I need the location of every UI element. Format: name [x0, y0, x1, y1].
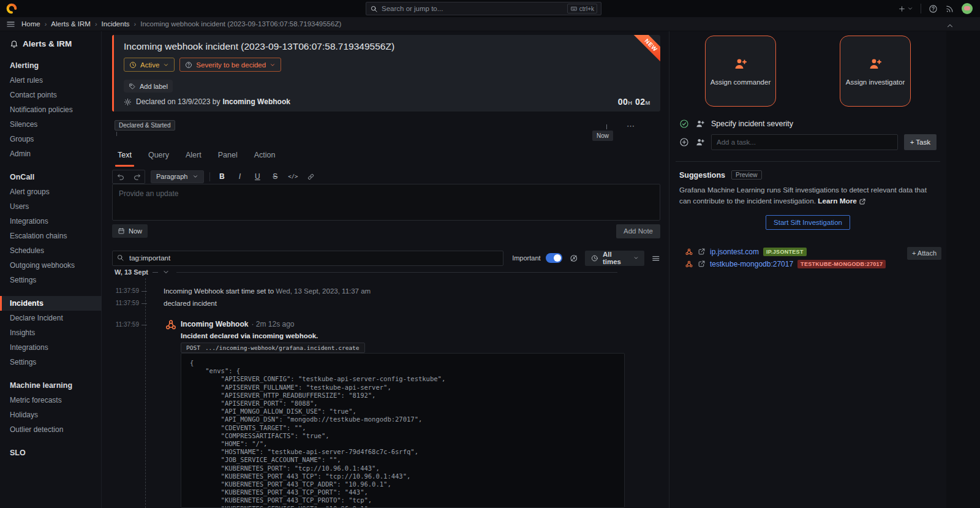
search-input[interactable]	[382, 5, 564, 12]
update-textarea[interactable]	[113, 184, 660, 220]
declared-by: Incoming Webhook	[222, 97, 290, 106]
sidebar-item-schedules[interactable]: Schedules	[10, 243, 101, 258]
tab-alert[interactable]: Alert	[186, 151, 202, 167]
sidebar-item-escalation-chains[interactable]: Escalation chains	[10, 229, 101, 243]
sidebar-item-admin[interactable]: Admin	[10, 146, 101, 161]
tab-text[interactable]: Text	[118, 151, 132, 167]
time-range-dropdown[interactable]: All times	[585, 251, 644, 266]
start-sift-investigation-button[interactable]: Start Sift Investigation	[766, 215, 850, 230]
attach-button[interactable]: + Attach	[907, 247, 941, 260]
clock-strikethrough-icon[interactable]	[570, 254, 578, 263]
sidebar-item-silences[interactable]: Silences	[10, 117, 101, 132]
status-dropdown[interactable]: Active	[124, 58, 175, 72]
tab-query[interactable]: Query	[148, 151, 169, 167]
code-button[interactable]: </>	[287, 170, 299, 183]
suggestions-description: Grafana Machine Learning runs Sift inves…	[679, 184, 937, 207]
undo-icon	[117, 173, 125, 181]
timeline-start-marker: Declared & Started	[115, 120, 175, 131]
important-toggle[interactable]	[546, 253, 562, 263]
webhook-icon	[165, 319, 177, 331]
sidebar-item-metric-forecasts[interactable]: Metric forecasts	[10, 393, 101, 408]
sidebar-item-declare-incident[interactable]: Declare Incident	[10, 311, 101, 325]
person-plus-icon[interactable]	[695, 119, 705, 129]
sidebar-item-settings-oncall[interactable]: Settings	[10, 273, 101, 287]
sidebar-item-incidents-active[interactable]: Incidents	[0, 296, 102, 311]
breadcrumb-incidents[interactable]: Incidents	[102, 20, 130, 28]
link-button[interactable]	[304, 170, 317, 183]
timeline-search	[112, 251, 503, 266]
sidebar-item-alert-groups[interactable]: Alert groups	[10, 184, 101, 199]
timeline-search-input[interactable]	[112, 251, 503, 266]
incident-duration: 00H 02M	[618, 97, 650, 107]
sidebar-item-alerting[interactable]: Alerting	[10, 58, 101, 73]
webhook-payload-codeblock[interactable]: { "envs": { "APISERVER_CONFIG": "testkub…	[181, 353, 625, 508]
underline-button[interactable]: U	[251, 170, 263, 183]
add-label-button[interactable]: Add label	[124, 80, 173, 93]
chevron-down-icon[interactable]	[162, 268, 170, 276]
timestamp-picker-button[interactable]: Now	[112, 224, 148, 238]
sidebar-item-integrations-oncall[interactable]: Integrations	[10, 214, 101, 229]
breadcrumb-separator: ›	[134, 20, 137, 28]
entry-time-ago: · 2m 12s ago	[251, 320, 294, 328]
chevron-down-icon	[192, 173, 198, 180]
add-task-button[interactable]: + Task	[904, 134, 937, 150]
attachment-link[interactable]: testkube-mongodb:27017	[710, 260, 793, 268]
undo-button[interactable]	[113, 170, 129, 183]
paragraph-style-dropdown[interactable]: Paragraph	[151, 170, 204, 183]
learn-more-link[interactable]: Learn More	[818, 197, 857, 205]
gear-icon[interactable]	[124, 98, 132, 106]
attachment-link[interactable]: ip.jsontest.com	[710, 248, 759, 256]
sidebar-item-alert-rules[interactable]: Alert rules	[10, 73, 101, 88]
add-task-input[interactable]	[711, 134, 898, 150]
global-search[interactable]: ctrl+k	[366, 2, 601, 15]
sidebar-item-oncall[interactable]: OnCall	[10, 170, 101, 184]
assign-commander-button[interactable]: Assign commander	[705, 36, 776, 107]
sidebar-item-slo[interactable]: SLO	[10, 445, 101, 460]
italic-button[interactable]: I	[233, 170, 246, 183]
add-button[interactable]	[898, 5, 913, 13]
news-rss-icon[interactable]	[945, 4, 954, 13]
incident-side-panel: Assign commander Assign investigator Spe…	[669, 31, 946, 508]
strikethrough-button[interactable]: S	[269, 170, 281, 183]
breadcrumb-home[interactable]: Home	[21, 20, 40, 28]
sidebar-item-outgoing-webhooks[interactable]: Outgoing webhooks	[10, 258, 101, 273]
assign-investigator-button[interactable]: Assign investigator	[840, 36, 911, 107]
timeline-more-dots[interactable]: ⋯	[627, 121, 636, 131]
grafana-logo-icon[interactable]	[6, 2, 18, 15]
timeline-feed: W, 13 Sept 11:37:59 Incoming Webhook sta…	[112, 268, 660, 508]
check-circle-icon[interactable]	[679, 119, 689, 129]
external-link-icon[interactable]	[698, 260, 706, 268]
sidebar-item-machine-learning[interactable]: Machine learning	[10, 378, 101, 393]
user-avatar[interactable]	[962, 3, 973, 14]
sidebar-item-groups[interactable]: Groups	[10, 132, 101, 146]
sidebar-item-integrations-incidents[interactable]: Integrations	[10, 340, 101, 355]
mega-menu-icon[interactable]	[6, 20, 15, 29]
sidebar-section-oncall: OnCall Alert groups Users Integrations E…	[10, 170, 101, 287]
grafana-incident-page: ctrl+k Home › Alerts & IRM › Incidents ›…	[0, 0, 980, 508]
severity-dropdown[interactable]: Severity to be decided	[179, 58, 281, 72]
endpoint-path: .../incoming-webhook/grafana.incident.cr…	[205, 344, 360, 351]
add-note-button[interactable]: Add Note	[616, 224, 660, 238]
breadcrumb-alerts-irm[interactable]: Alerts & IRM	[51, 20, 91, 28]
sidebar-item-outlier-detection[interactable]: Outlier detection	[10, 422, 101, 437]
sidebar-item-users[interactable]: Users	[10, 199, 101, 214]
task-label[interactable]: Specify incident severity	[711, 119, 793, 128]
tab-panel[interactable]: Panel	[218, 151, 238, 167]
timeline-menu-icon[interactable]	[652, 254, 660, 263]
tab-action[interactable]: Action	[254, 151, 276, 167]
sidebar-item-settings-incidents[interactable]: Settings	[10, 355, 101, 370]
task-row-severity: Specify incident severity	[673, 119, 943, 129]
sidebar-item-notification-policies[interactable]: Notification policies	[10, 102, 101, 117]
collapse-chevron-up-icon[interactable]	[946, 20, 954, 31]
external-link-icon[interactable]	[698, 248, 706, 256]
redo-button[interactable]	[129, 170, 145, 183]
sidebar-item-contact-points[interactable]: Contact points	[10, 88, 101, 102]
plus-circle-icon[interactable]	[679, 137, 689, 147]
sidebar-title[interactable]: Alerts & IRM	[10, 37, 101, 50]
help-icon[interactable]	[929, 4, 938, 13]
person-plus-icon[interactable]	[695, 137, 705, 147]
bold-button[interactable]: B	[216, 170, 228, 183]
clock-icon	[591, 254, 598, 262]
sidebar-item-holidays[interactable]: Holidays	[10, 408, 101, 422]
sidebar-item-insights[interactable]: Insights	[10, 325, 101, 340]
